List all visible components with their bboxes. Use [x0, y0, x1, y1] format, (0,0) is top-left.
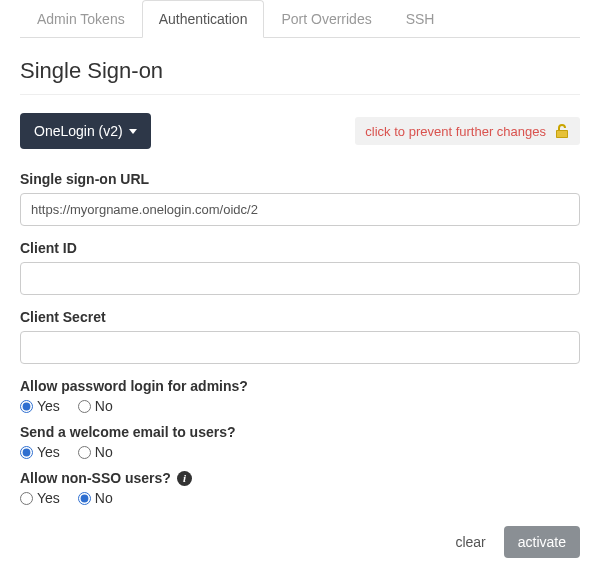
provider-dropdown[interactable]: OneLogin (v2): [20, 113, 151, 149]
tab-authentication[interactable]: Authentication: [142, 0, 265, 38]
svg-rect-0: [557, 131, 568, 138]
tab-admin-tokens[interactable]: Admin Tokens: [20, 0, 142, 38]
clear-button[interactable]: clear: [449, 526, 491, 558]
password-login-no[interactable]: No: [78, 398, 113, 414]
non-sso-question: Allow non-SSO users? i: [20, 470, 580, 486]
non-sso-yes[interactable]: Yes: [20, 490, 60, 506]
info-icon[interactable]: i: [177, 471, 192, 486]
sso-url-input[interactable]: [20, 193, 580, 226]
chevron-down-icon: [129, 129, 137, 134]
welcome-email-yes[interactable]: Yes: [20, 444, 60, 460]
client-secret-label: Client Secret: [20, 309, 580, 325]
activate-button[interactable]: activate: [504, 526, 580, 558]
tab-ssh[interactable]: SSH: [389, 0, 452, 38]
page-title: Single Sign-on: [20, 58, 580, 95]
settings-tabs: Admin Tokens Authentication Port Overrid…: [20, 0, 580, 38]
client-id-input[interactable]: [20, 262, 580, 295]
lock-toggle-label: click to prevent further changes: [365, 124, 546, 139]
provider-dropdown-label: OneLogin (v2): [34, 123, 123, 139]
lock-toggle[interactable]: click to prevent further changes: [355, 117, 580, 145]
lock-open-icon: [554, 123, 570, 139]
sso-url-label: Single sign-on URL: [20, 171, 580, 187]
welcome-email-no[interactable]: No: [78, 444, 113, 460]
non-sso-no[interactable]: No: [78, 490, 113, 506]
client-secret-input[interactable]: [20, 331, 580, 364]
client-id-label: Client ID: [20, 240, 580, 256]
password-login-yes[interactable]: Yes: [20, 398, 60, 414]
welcome-email-question: Send a welcome email to users?: [20, 424, 580, 440]
password-login-question: Allow password login for admins?: [20, 378, 580, 394]
tab-port-overrides[interactable]: Port Overrides: [264, 0, 388, 38]
